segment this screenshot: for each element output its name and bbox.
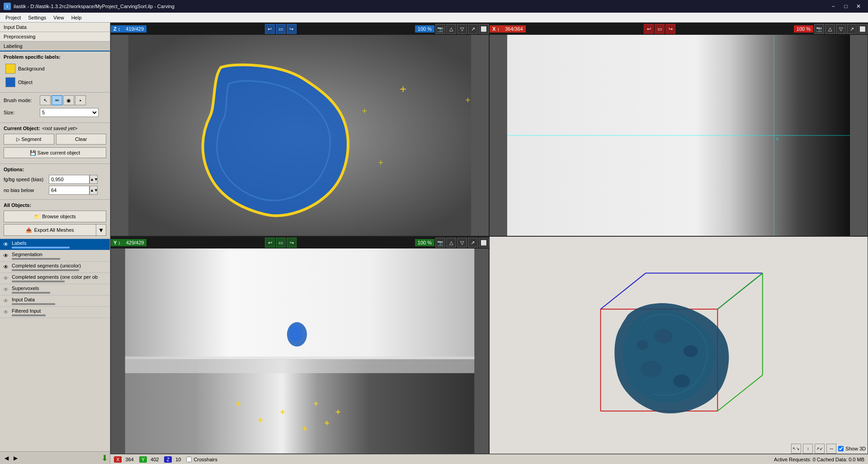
vp-topleft-arrow[interactable]: ↗ [468,24,478,34]
brush-pointer-btn[interactable]: ↖ [40,95,51,105]
options-section: Options: fg/bg speed (bias) ▲▼ no bias b… [0,164,110,200]
layer-labels[interactable]: 👁 Labels [0,239,110,250]
nobias-spin[interactable]: ▲▼ [90,186,98,195]
vp-topleft-expand[interactable]: ⬜ [479,24,489,34]
menu-view[interactable]: View [50,14,68,21]
nobias-input[interactable] [49,186,90,195]
browse-objects-button[interactable]: 📁 Browse objects [4,211,106,222]
vp-topleft-fullscreen[interactable]: ▭ [276,24,286,34]
tab-input-data[interactable]: Input Data [0,23,110,32]
tab-preprocessing[interactable]: Preprocessing [0,32,110,42]
bottom-viewport-row: Y ↕ 429/429 ↩ ▭ ↪ 100 % [110,236,868,454]
layer-supervoxels[interactable]: 👁 Supervoxels [0,284,110,295]
layer-filtered-input[interactable]: 👁 Filtered Input [0,307,110,318]
vp-topright-content[interactable]: + [490,35,868,236]
tab-labeling[interactable]: Labeling [0,42,110,52]
layer-completed-unicolor[interactable]: 👁 Completed segments (unicolor) [0,262,110,273]
vp-topleft-tri-up[interactable]: △ [446,24,456,34]
viewport-3d[interactable]: ↖↘ ↕ ↗↙ ↔ Show 3D [489,236,868,454]
vp-topleft-cam[interactable]: 📷 [435,24,445,34]
brush-erase-btn[interactable]: ◉ [63,95,74,105]
vp-bottomleft-toolbar: ↩ ▭ ↪ [265,238,297,248]
svg-point-43 [655,329,673,343]
green-arrow-icon[interactable]: ⬇ [101,453,108,463]
layer-labels-content: Labels [12,240,108,248]
scroll-right-button[interactable]: ▶ [11,454,20,463]
status-right-text: Active Requests: 0 Cached Data: 0.0 MB [774,457,864,462]
vp-topright-toolbar: ↩ ▭ ↪ [644,24,675,34]
vp-topleft-undo[interactable]: ↩ [265,24,275,34]
fgbg-input[interactable] [49,175,90,184]
label-item-object[interactable]: Object [4,76,106,89]
vp-topright-cam[interactable]: 📷 [814,24,824,34]
layer-completed-multicolor-bar [12,281,65,282]
vp-topright-expand[interactable]: ⬜ [858,24,868,34]
object-color-box[interactable] [5,77,15,87]
vp-topright-redo[interactable]: ↪ [665,24,675,34]
menu-help[interactable]: Help [68,14,85,21]
layer-completed-multicolor-eye[interactable]: 👁 [2,274,10,282]
scroll-left-button[interactable]: ◀ [2,454,11,463]
vp-topright-fullscreen[interactable]: ▭ [655,24,665,34]
left-panel-top: Input Data Preprocessing Labeling Proble… [0,23,110,239]
vp-bottomleft-tri-up[interactable]: △ [446,238,456,248]
vp-3d-btn1[interactable]: ↖↘ [791,444,801,454]
minimize-button[interactable]: − [827,2,839,11]
vp-topright-axis-label: X ↕ [490,25,502,33]
brush-draw-btn[interactable]: ✏ [52,95,62,105]
vp-topright-tri-up[interactable]: △ [825,24,835,34]
export-icon: 📤 [26,227,32,233]
vp-topleft-toolbar: ↩ ▭ ↪ [265,24,297,34]
layer-input-data-eye[interactable]: 👁 [2,297,10,305]
menu-project[interactable]: Project [2,14,24,21]
export-meshes-button[interactable]: 📤 Export All Meshes [4,224,96,236]
layer-segmentation[interactable]: 👁 Segmentation [0,250,110,262]
fgbg-spin[interactable]: ▲▼ [90,175,98,184]
vp-bottomleft-canvas [111,248,489,454]
crosshairs-checkbox[interactable] [186,457,192,462]
left-panel: Input Data Preprocessing Labeling Proble… [0,23,110,464]
vp-bottomleft-undo[interactable]: ↩ [265,238,275,248]
close-button[interactable]: ✕ [853,2,864,11]
layer-completed-multicolor[interactable]: 👁 Completed segments (one color per ob [0,273,110,284]
vp-bottomleft-redo[interactable]: ↪ [287,238,297,248]
clear-button[interactable]: Clear [56,134,107,145]
vp-bottomleft-content[interactable] [111,248,489,454]
layer-filtered-input-eye[interactable]: 👁 [2,308,10,316]
layer-input-data[interactable]: 👁 Input Data [0,295,110,307]
layer-segmentation-eye[interactable]: 👁 [2,252,10,260]
layer-labels-eye[interactable]: 👁 [2,240,10,248]
vp-3d-btn2[interactable]: ↕ [803,444,813,454]
label-item-background[interactable]: Background [4,62,106,75]
export-dropdown-button[interactable]: ▼ [96,224,106,236]
layer-supervoxels-eye[interactable]: 👁 [2,286,10,294]
vp-3d-btn4[interactable]: ↔ [826,444,836,454]
vp-topleft-counter: 419/429 [123,25,146,33]
vp-bottomleft-expand[interactable]: ⬜ [479,238,489,248]
save-object-button[interactable]: 💾 Save current object [4,147,106,158]
size-label: Size: [4,110,40,115]
background-color-box[interactable] [5,64,15,74]
show3d-checkbox[interactable] [838,446,844,451]
vp-topright-arrow[interactable]: ↗ [847,24,857,34]
vp-bottomleft-tri-down[interactable]: ▽ [457,238,467,248]
size-select[interactable]: 5 1 3 10 [40,108,99,117]
vp-topleft-redo[interactable]: ↪ [287,24,297,34]
maximize-button[interactable]: □ [840,2,852,11]
vp-topleft-tri-down[interactable]: ▽ [457,24,467,34]
coord-x-val: 364 [125,457,133,462]
menu-settings[interactable]: Settings [24,14,50,21]
brush-rect-btn[interactable]: ▪ [75,95,86,105]
segment-button[interactable]: ▷ Segment [4,134,54,145]
vp-topright-tri-down[interactable]: ▽ [836,24,846,34]
vp-topright-undo[interactable]: ↩ [644,24,654,34]
vp-bottomleft-arrow[interactable]: ↗ [468,238,478,248]
vp-bottomleft-cam[interactable]: 📷 [435,238,445,248]
layer-input-data-name: Input Data [12,297,108,302]
all-objects-title: All Objects: [4,202,106,208]
window-title: ilastik - D:/ilastik-1.3.2rc2/workspace/… [14,4,175,9]
vp-topleft-content[interactable] [111,35,489,236]
vp-bottomleft-fullscreen[interactable]: ▭ [276,238,286,248]
layer-completed-unicolor-eye[interactable]: 👁 [2,263,10,271]
vp-3d-btn3[interactable]: ↗↙ [815,444,825,454]
